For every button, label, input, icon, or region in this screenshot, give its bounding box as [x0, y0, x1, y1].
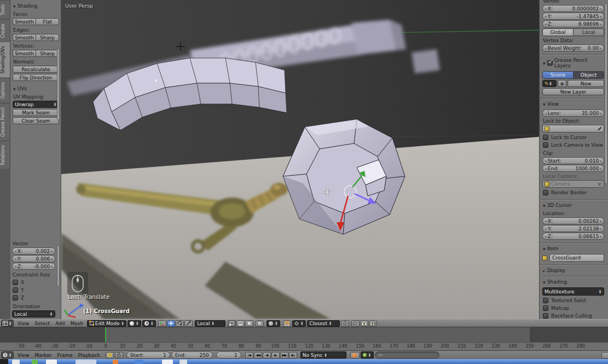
shading-option-backface-culling[interactable]: Backface Culling — [543, 312, 604, 319]
constraint-axis-x[interactable]: X — [13, 279, 55, 286]
toolshelf-tab-tools[interactable]: Tools — [0, 0, 10, 19]
gp-scene-tab[interactable]: Scene — [542, 71, 574, 79]
bevel-weight-field[interactable]: Bevel Weight: 0.00 — [542, 44, 604, 51]
limit-to-visible-button[interactable] — [256, 320, 264, 327]
close-icon[interactable]: × — [598, 181, 602, 187]
cursor-y-field[interactable]: Y: 2.02138 — [542, 225, 604, 232]
viewport-menu-select[interactable]: Select — [32, 321, 53, 326]
timeline-menu-playback[interactable]: Playback — [76, 353, 103, 358]
lock-camera-row[interactable]: Lock Camera to View — [543, 141, 604, 149]
display-panel-header[interactable]: ► Display — [543, 268, 604, 273]
keying-mode-dropdown[interactable] — [361, 351, 374, 359]
constraint-y-checkbox[interactable] — [13, 287, 18, 293]
lock-camera-checkbox[interactable] — [543, 142, 548, 148]
clip-end-field[interactable]: End: 1000.000 — [542, 165, 604, 172]
orientation-dropdown[interactable]: Local — [12, 310, 55, 317]
rotate-manipulator-button[interactable] — [176, 320, 184, 327]
constraint-axis-y[interactable]: Y — [13, 286, 55, 294]
flip-direction-button[interactable]: Flip Direction — [13, 74, 59, 81]
vertex-x-field[interactable]: X: 0.0000002 — [542, 5, 604, 12]
taskbar-app-2[interactable] — [46, 360, 57, 364]
lock-time-button[interactable] — [115, 352, 123, 359]
gp-new-button[interactable]: New — [568, 80, 604, 87]
proportional-edit-dropdown[interactable] — [267, 320, 280, 327]
current-frame-field[interactable]: 1 — [216, 351, 241, 359]
jump-to-end-button[interactable]: ▶| — [289, 352, 297, 359]
render-opengl-anim-button[interactable] — [369, 320, 377, 327]
manipulator-toggle-button[interactable] — [158, 320, 166, 327]
next-keyframe-button[interactable]: ▶▶ — [280, 352, 288, 359]
current-frame-marker[interactable] — [105, 327, 106, 342]
timeline-menu-marker[interactable]: Marker — [32, 353, 54, 358]
clear-seam-button[interactable]: Clear Seam — [13, 117, 59, 124]
translate-manipulator-button[interactable] — [167, 320, 175, 327]
lens-field[interactable]: Lens: 35.000 — [542, 109, 604, 117]
faces-smooth-button[interactable]: Smooth — [13, 18, 36, 25]
vertices-sharp-button[interactable]: Sharp — [36, 50, 59, 57]
render-border-checkbox[interactable] — [543, 190, 548, 195]
viewport-menu-mesh[interactable]: Mesh — [68, 321, 86, 326]
gp-data-dropdown[interactable]: ✎ — [542, 80, 557, 87]
scale-manipulator-button[interactable] — [184, 320, 193, 327]
sync-mode-dropdown[interactable]: No Sync — [300, 351, 346, 359]
os-taskbar[interactable] — [0, 359, 608, 364]
item-name-field[interactable]: CrossGuard — [549, 254, 604, 262]
properties-scrollbar[interactable] — [605, 3, 607, 184]
taskbar-app-4[interactable] — [113, 360, 118, 364]
auto-keyframe-button[interactable] — [350, 352, 360, 359]
render-border-row[interactable]: Render Border — [543, 189, 604, 197]
vertex-z-field[interactable]: Z: 6.98696 — [542, 20, 604, 27]
textured-solid-checkbox[interactable] — [543, 298, 548, 303]
viewport-menu-add[interactable]: Add — [53, 321, 67, 326]
timeline-menu-frame[interactable]: Frame — [54, 353, 75, 358]
recalculate-button[interactable]: Recalculate — [13, 66, 59, 73]
view-panel-header[interactable]: ▼ View — [543, 101, 604, 107]
constraint-axis-z[interactable]: Z — [13, 294, 55, 302]
local-button[interactable]: Local — [574, 28, 604, 36]
play-reverse-button[interactable]: ◀ — [263, 352, 271, 359]
toolshelf-tab-relations[interactable]: Relations — [0, 141, 10, 169]
faces-flat-button[interactable]: Flat — [36, 18, 59, 25]
end-frame-field[interactable]: End: 250 — [171, 351, 213, 359]
taskbar-app-1[interactable] — [32, 360, 38, 364]
timeline-editor-type-button[interactable] — [1, 351, 14, 359]
toolshelf-tab-shading-uvs[interactable]: Shading/UVs — [0, 42, 10, 78]
cursor-x-field[interactable]: X: 0.00262 — [542, 217, 604, 224]
matcap-checkbox[interactable] — [543, 305, 548, 311]
operator-panel-scrollbar[interactable] — [57, 245, 60, 287]
editor-type-button[interactable] — [1, 320, 14, 327]
global-button[interactable]: Global — [542, 28, 574, 36]
uvs-panel-header[interactable]: ▼ UVs — [13, 86, 59, 91]
snap-self-button[interactable] — [351, 320, 360, 327]
clipped-header-button[interactable] — [601, 352, 608, 359]
backface-culling-checkbox[interactable] — [543, 313, 548, 319]
lock-to-cursor-checkbox[interactable] — [543, 135, 548, 140]
jump-to-start-button[interactable]: |◀ — [245, 352, 253, 359]
toolshelf-tab-grease-pencil[interactable]: Grease Pencil — [0, 103, 10, 141]
taskbar-app-6[interactable] — [162, 360, 173, 364]
viewport-shading-dropdown[interactable] — [128, 320, 141, 327]
lock-to-object-field[interactable] — [542, 125, 604, 132]
lock-to-cursor-row[interactable]: Lock to Cursor — [543, 134, 604, 141]
pivot-point-dropdown[interactable] — [142, 320, 156, 327]
toolshelf-tab-create[interactable]: Create — [0, 19, 10, 42]
shading-panel-header[interactable]: ▼ Shading — [13, 3, 59, 9]
play-button[interactable]: ▶ — [271, 352, 280, 359]
new-layer-button[interactable]: New Layer — [542, 88, 604, 95]
vertices-smooth-button[interactable]: Smooth — [13, 50, 36, 57]
gp-object-tab[interactable]: Object — [574, 71, 604, 79]
tool-shelf-scrollbar[interactable] — [57, 48, 60, 120]
constraint-x-checkbox[interactable] — [13, 280, 18, 285]
toolshelf-tab-options[interactable]: Options — [0, 78, 10, 103]
unwrap-dropdown[interactable]: Unwrap — [13, 101, 59, 108]
local-camera-field[interactable]: Camera × — [542, 180, 604, 188]
item-panel-header[interactable]: ▼ Item — [543, 246, 604, 251]
timeline-menu-view[interactable]: View — [15, 353, 32, 358]
cursor-z-field[interactable]: Z: 0.06615 — [542, 233, 604, 240]
use-preview-range-button[interactable] — [106, 352, 114, 359]
grease-pencil-checkbox[interactable] — [547, 60, 553, 66]
edges-smooth-button[interactable]: Smooth — [13, 34, 36, 41]
taskbar-start-notch[interactable] — [0, 359, 8, 364]
taskbar-app-3[interactable] — [76, 360, 96, 364]
render-opengl-button[interactable] — [360, 320, 368, 327]
